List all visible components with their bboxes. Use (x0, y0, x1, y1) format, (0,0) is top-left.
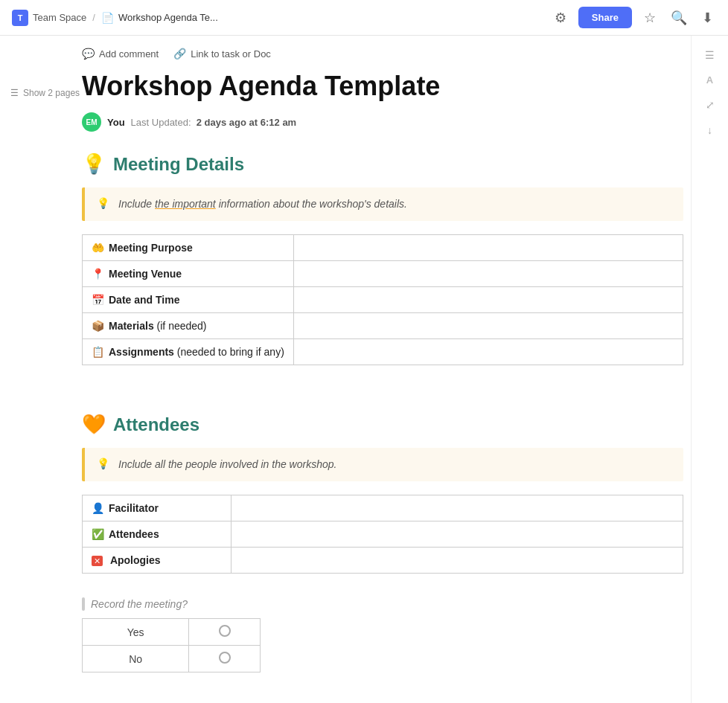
table-cell-label: ✅Attendees (83, 521, 232, 548)
radio-yes-label: Yes (83, 619, 189, 646)
attendees-tip-text: Include all the people involved in the w… (118, 457, 336, 472)
table-cell-label: 📦Materials (if needed) (83, 313, 294, 339)
author-row: EM You Last Updated: 2 days ago at 6:12 … (82, 112, 683, 132)
table-row: Yes (83, 619, 261, 646)
radio-yes-circle[interactable] (219, 625, 231, 637)
radio-no-circle[interactable] (219, 652, 231, 664)
record-meeting-table: Yes No (82, 618, 261, 672)
table-cell-value[interactable] (232, 548, 683, 574)
table-cell-value[interactable] (232, 521, 683, 548)
document-title: Workshop Agenda Template (82, 70, 683, 102)
doc-toolbar: 💬 Add comment 🔗 Link to task or Doc (82, 48, 683, 60)
tip-icon: 💡 (97, 197, 109, 209)
meeting-details-title: Meeting Details (113, 154, 244, 175)
topbar-actions: ⚙ Share ☆ 🔍 ⬇ (552, 7, 716, 29)
record-label-row: Record the meeting? (82, 597, 683, 611)
table-row: ✅Attendees (83, 521, 683, 548)
radio-yes-input[interactable] (189, 619, 261, 646)
radio-no-label: No (83, 646, 189, 672)
record-meeting-label: Record the meeting? (91, 598, 188, 610)
table-cell-label: 📋Assignments (needed to bring if any) (83, 339, 294, 365)
meeting-details-table: 🤲Meeting Purpose 📍Meeting Venue 📅Date an… (82, 234, 683, 365)
main-content: 💬 Add comment 🔗 Link to task or Doc Work… (82, 36, 683, 672)
record-block: Record the meeting? Yes No (82, 597, 683, 672)
doc-icon: 📄 (101, 12, 114, 24)
table-cell-value[interactable] (232, 495, 683, 521)
avatar: EM (82, 112, 101, 132)
table-cell-value[interactable] (293, 261, 683, 287)
font-size-indicator: A (706, 74, 713, 86)
expand-icon[interactable]: ⤢ (706, 99, 715, 111)
table-cell-label: ✕ Apologies (83, 548, 232, 574)
last-updated-value: 2 days ago at 6:12 am (197, 117, 296, 128)
table-cell-value[interactable] (293, 339, 683, 365)
add-comment-button[interactable]: 💬 Add comment (82, 48, 159, 60)
table-cell-label: 📅Date and Time (83, 287, 294, 313)
outline-icon[interactable]: ☰ (705, 49, 715, 61)
table-cell-label: 📍Meeting Venue (83, 261, 294, 287)
table-cell-label: 👤Facilitator (83, 495, 232, 521)
table-cell-value[interactable] (293, 235, 683, 261)
table-row: 📦Materials (if needed) (83, 313, 683, 339)
table-cell-value[interactable] (293, 313, 683, 339)
link-task-button[interactable]: 🔗 Link to task or Doc (173, 48, 271, 60)
right-panel: ☰ A ⤢ ↓ (691, 36, 728, 703)
attendees-table: 👤Facilitator ✅Attendees ✕ Apologies (82, 495, 683, 574)
radio-no-input[interactable] (189, 646, 261, 672)
link-icon: 🔗 (173, 48, 186, 60)
attendees-heading: 🧡 Attendees (82, 413, 683, 436)
topbar: T Team Space / 📄 Workshop Agenda Te... ⚙… (0, 0, 728, 36)
share-button[interactable]: Share (578, 7, 632, 28)
attendees-title: Attendees (113, 414, 199, 435)
meeting-details-heading: 💡 Meeting Details (82, 153, 683, 176)
comment-icon: 💬 (82, 48, 95, 60)
last-updated: Last Updated: 2 days ago at 6:12 am (131, 117, 297, 128)
table-row: 📅Date and Time (83, 287, 683, 313)
table-cell-label: 🤲Meeting Purpose (83, 235, 294, 261)
table-row: 👤Facilitator (83, 495, 683, 521)
table-row: 📍Meeting Venue (83, 261, 683, 287)
arrow-down-icon[interactable]: ↓ (707, 124, 712, 136)
attendees-tip-icon: 💡 (97, 458, 109, 469)
table-row: No (83, 646, 261, 672)
tip-text: Include the important information about … (118, 196, 407, 212)
show-pages-toggle[interactable]: ☰ Show 2 pages (10, 88, 80, 98)
pages-toggle-icon: ☰ (10, 88, 19, 98)
author-name: You (107, 117, 125, 128)
add-comment-label: Add comment (99, 48, 159, 60)
pages-toggle-label: Show 2 pages (23, 88, 80, 98)
doc-breadcrumb-title[interactable]: Workshop Agenda Te... (118, 12, 218, 23)
attendees-emoji: 🧡 (82, 413, 106, 436)
app-icon: T (12, 10, 28, 26)
attendees-tip: 💡 Include all the people involved in the… (82, 448, 683, 481)
search-icon-button[interactable]: 🔍 (668, 7, 690, 29)
record-bar-decoration (82, 597, 85, 611)
table-row: 🤲Meeting Purpose (83, 235, 683, 261)
meeting-details-emoji: 💡 (82, 153, 106, 176)
table-row: ✕ Apologies (83, 548, 683, 574)
table-row: 📋Assignments (needed to bring if any) (83, 339, 683, 365)
link-label: Link to task or Doc (191, 48, 271, 60)
meeting-details-tip: 💡 Include the important information abou… (82, 187, 683, 221)
breadcrumb-separator: / (92, 12, 95, 23)
table-cell-value[interactable] (293, 287, 683, 313)
star-icon-button[interactable]: ☆ (641, 7, 659, 29)
settings-icon-button[interactable]: ⚙ (552, 7, 569, 29)
team-space-label[interactable]: Team Space (33, 12, 86, 23)
download-icon-button[interactable]: ⬇ (699, 7, 716, 29)
breadcrumb: T Team Space / 📄 Workshop Agenda Te... (12, 10, 218, 26)
